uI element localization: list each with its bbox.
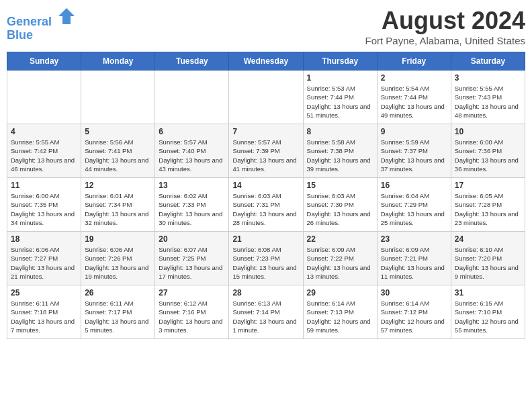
day-header-tuesday: Tuesday — [155, 52, 229, 71]
day-cell: 9Sunrise: 5:59 AM Sunset: 7:37 PM Daylig… — [377, 124, 451, 178]
day-cell: 21Sunrise: 6:08 AM Sunset: 7:23 PM Dayli… — [229, 232, 303, 285]
day-info: Sunrise: 6:07 AM Sunset: 7:25 PM Dayligh… — [159, 245, 225, 281]
day-info: Sunrise: 5:54 AM Sunset: 7:44 PM Dayligh… — [381, 84, 447, 120]
day-number: 8 — [307, 127, 373, 136]
day-cell: 4Sunrise: 5:55 AM Sunset: 7:42 PM Daylig… — [7, 124, 81, 178]
day-cell: 26Sunrise: 6:11 AM Sunset: 7:17 PM Dayli… — [81, 285, 155, 339]
week-row-3: 18Sunrise: 6:06 AM Sunset: 7:27 PM Dayli… — [7, 232, 525, 285]
logo-blue: Blue — [7, 29, 76, 42]
week-row-0: 1Sunrise: 5:53 AM Sunset: 7:44 PM Daylig… — [7, 71, 525, 124]
day-number: 1 — [307, 73, 373, 83]
day-cell: 1Sunrise: 5:53 AM Sunset: 7:44 PM Daylig… — [303, 71, 377, 124]
day-number: 4 — [11, 127, 77, 136]
day-header-wednesday: Wednesday — [229, 52, 303, 71]
day-cell: 22Sunrise: 6:09 AM Sunset: 7:22 PM Dayli… — [303, 232, 377, 285]
day-cell: 23Sunrise: 6:09 AM Sunset: 7:21 PM Dayli… — [377, 232, 451, 285]
day-cell: 17Sunrise: 6:05 AM Sunset: 7:28 PM Dayli… — [451, 178, 525, 232]
day-info: Sunrise: 6:14 AM Sunset: 7:12 PM Dayligh… — [381, 299, 447, 334]
day-info: Sunrise: 6:11 AM Sunset: 7:18 PM Dayligh… — [11, 299, 77, 334]
day-number: 9 — [381, 127, 447, 136]
day-cell: 19Sunrise: 6:06 AM Sunset: 7:26 PM Dayli… — [81, 232, 155, 285]
day-cell: 31Sunrise: 6:15 AM Sunset: 7:10 PM Dayli… — [451, 285, 525, 339]
location: Fort Payne, Alabama, United States — [365, 35, 525, 46]
day-cell: 16Sunrise: 6:04 AM Sunset: 7:29 PM Dayli… — [377, 178, 451, 232]
day-info: Sunrise: 6:02 AM Sunset: 7:33 PM Dayligh… — [159, 191, 225, 227]
day-number: 3 — [455, 73, 521, 83]
day-info: Sunrise: 6:05 AM Sunset: 7:28 PM Dayligh… — [455, 191, 521, 227]
day-number: 30 — [381, 288, 447, 298]
calendar-table: SundayMondayTuesdayWednesdayThursdayFrid… — [7, 52, 525, 339]
day-cell: 8Sunrise: 5:58 AM Sunset: 7:38 PM Daylig… — [303, 124, 377, 178]
day-info: Sunrise: 6:00 AM Sunset: 7:36 PM Dayligh… — [455, 138, 521, 173]
day-number: 23 — [381, 234, 447, 244]
day-info: Sunrise: 6:03 AM Sunset: 7:30 PM Dayligh… — [307, 191, 373, 227]
day-header-saturday: Saturday — [451, 52, 525, 71]
day-cell — [229, 71, 303, 124]
day-info: Sunrise: 6:12 AM Sunset: 7:16 PM Dayligh… — [159, 299, 225, 334]
day-cell — [81, 71, 155, 124]
day-cell: 25Sunrise: 6:11 AM Sunset: 7:18 PM Dayli… — [7, 285, 81, 339]
day-info: Sunrise: 5:58 AM Sunset: 7:38 PM Dayligh… — [307, 138, 373, 173]
header-row: SundayMondayTuesdayWednesdayThursdayFrid… — [7, 52, 525, 71]
day-number: 28 — [232, 288, 299, 298]
day-info: Sunrise: 5:55 AM Sunset: 7:43 PM Dayligh… — [455, 84, 521, 120]
day-number: 6 — [159, 127, 225, 136]
title-section: August 2024 Fort Payne, Alabama, United … — [365, 7, 525, 46]
day-info: Sunrise: 6:10 AM Sunset: 7:20 PM Dayligh… — [455, 245, 521, 281]
day-info: Sunrise: 6:13 AM Sunset: 7:14 PM Dayligh… — [232, 299, 299, 334]
day-number: 5 — [85, 127, 151, 136]
day-info: Sunrise: 6:14 AM Sunset: 7:13 PM Dayligh… — [307, 299, 373, 334]
day-number: 10 — [455, 127, 521, 136]
day-number: 13 — [159, 181, 225, 190]
day-header-monday: Monday — [81, 52, 155, 71]
day-cell: 15Sunrise: 6:03 AM Sunset: 7:30 PM Dayli… — [303, 178, 377, 232]
day-number: 12 — [85, 181, 151, 190]
day-info: Sunrise: 6:11 AM Sunset: 7:17 PM Dayligh… — [85, 299, 151, 334]
day-cell: 3Sunrise: 5:55 AM Sunset: 7:43 PM Daylig… — [451, 71, 525, 124]
day-number: 17 — [455, 181, 521, 190]
day-cell: 11Sunrise: 6:00 AM Sunset: 7:35 PM Dayli… — [7, 178, 81, 232]
day-number: 20 — [159, 234, 225, 244]
day-info: Sunrise: 6:00 AM Sunset: 7:35 PM Dayligh… — [11, 191, 77, 227]
day-cell: 7Sunrise: 5:57 AM Sunset: 7:39 PM Daylig… — [229, 124, 303, 178]
day-cell: 2Sunrise: 5:54 AM Sunset: 7:44 PM Daylig… — [377, 71, 451, 124]
day-cell: 13Sunrise: 6:02 AM Sunset: 7:33 PM Dayli… — [155, 178, 229, 232]
day-number: 16 — [381, 181, 447, 190]
day-info: Sunrise: 6:04 AM Sunset: 7:29 PM Dayligh… — [381, 191, 447, 227]
day-number: 24 — [455, 234, 521, 244]
day-number: 21 — [232, 234, 299, 244]
svg-marker-0 — [58, 8, 75, 24]
day-number: 25 — [11, 288, 77, 298]
day-cell: 28Sunrise: 6:13 AM Sunset: 7:14 PM Dayli… — [229, 285, 303, 339]
day-number: 18 — [11, 234, 77, 244]
day-info: Sunrise: 5:56 AM Sunset: 7:41 PM Dayligh… — [85, 138, 151, 173]
day-cell — [155, 71, 229, 124]
day-info: Sunrise: 6:06 AM Sunset: 7:26 PM Dayligh… — [85, 245, 151, 281]
week-row-1: 4Sunrise: 5:55 AM Sunset: 7:42 PM Daylig… — [7, 124, 525, 178]
day-cell: 18Sunrise: 6:06 AM Sunset: 7:27 PM Dayli… — [7, 232, 81, 285]
day-header-sunday: Sunday — [7, 52, 81, 71]
day-cell: 5Sunrise: 5:56 AM Sunset: 7:41 PM Daylig… — [81, 124, 155, 178]
day-number: 31 — [455, 288, 521, 298]
day-cell: 10Sunrise: 6:00 AM Sunset: 7:36 PM Dayli… — [451, 124, 525, 178]
day-cell: 6Sunrise: 5:57 AM Sunset: 7:40 PM Daylig… — [155, 124, 229, 178]
calendar-body: 1Sunrise: 5:53 AM Sunset: 7:44 PM Daylig… — [7, 71, 525, 339]
day-cell: 24Sunrise: 6:10 AM Sunset: 7:20 PM Dayli… — [451, 232, 525, 285]
day-number: 14 — [232, 181, 299, 190]
logo: General Blue — [7, 7, 76, 42]
day-info: Sunrise: 6:09 AM Sunset: 7:21 PM Dayligh… — [381, 245, 447, 281]
logo-text: General — [7, 7, 76, 29]
calendar-header: SundayMondayTuesdayWednesdayThursdayFrid… — [7, 52, 525, 71]
day-cell: 14Sunrise: 6:03 AM Sunset: 7:31 PM Dayli… — [229, 178, 303, 232]
day-number: 15 — [307, 181, 373, 190]
day-info: Sunrise: 6:09 AM Sunset: 7:22 PM Dayligh… — [307, 245, 373, 281]
day-cell: 30Sunrise: 6:14 AM Sunset: 7:12 PM Dayli… — [377, 285, 451, 339]
day-cell: 29Sunrise: 6:14 AM Sunset: 7:13 PM Dayli… — [303, 285, 377, 339]
day-info: Sunrise: 5:55 AM Sunset: 7:42 PM Dayligh… — [11, 138, 77, 173]
day-number: 27 — [159, 288, 225, 298]
week-row-2: 11Sunrise: 6:00 AM Sunset: 7:35 PM Dayli… — [7, 178, 525, 232]
month-year: August 2024 — [365, 7, 525, 35]
day-header-thursday: Thursday — [303, 52, 377, 71]
day-number: 11 — [11, 181, 77, 190]
day-number: 26 — [85, 288, 151, 298]
